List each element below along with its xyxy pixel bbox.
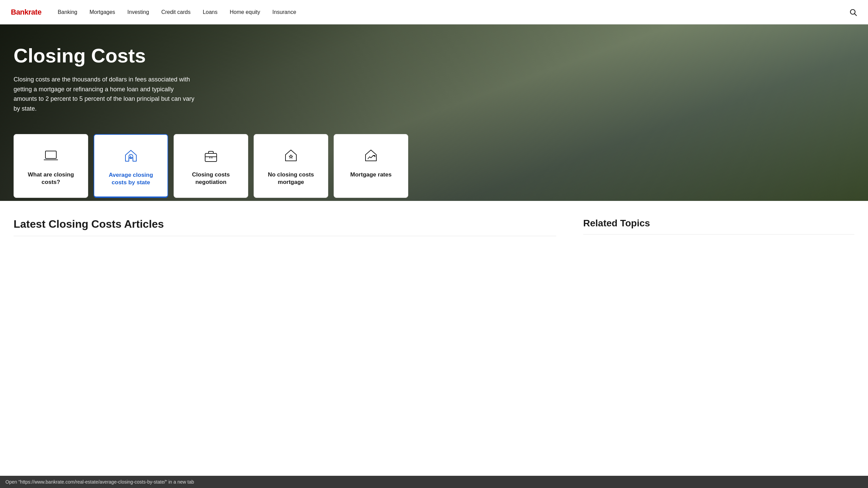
nav-item-mortgages[interactable]: Mortgages — [90, 9, 115, 15]
card-what-are-closing-costs[interactable]: What are closing costs? — [14, 134, 88, 198]
nav-item-loans[interactable]: Loans — [203, 9, 218, 15]
house-star-icon — [282, 147, 300, 164]
card-label-closing-costs-negotiation: Closing costs negotiation — [182, 171, 240, 186]
cards-row: What are closing costs? $ Average closin… — [0, 134, 868, 198]
card-label-no-closing-costs-mortgage: No closing costs mortgage — [262, 171, 320, 186]
house-dollar-icon: $ — [122, 147, 140, 165]
svg-line-1 — [855, 14, 857, 16]
card-label-mortgage-rates: Mortgage rates — [350, 171, 392, 179]
hero-content: Closing Costs Closing costs are the thou… — [0, 24, 210, 114]
site-logo[interactable]: Bankrate — [11, 8, 41, 17]
related-divider — [583, 234, 854, 234]
svg-rect-2 — [45, 151, 56, 158]
hero-title: Closing Costs — [14, 45, 197, 67]
articles-title: Latest Closing Costs Articles — [14, 218, 556, 230]
related-section: Related Topics — [583, 218, 854, 236]
nav-item-investing[interactable]: Investing — [127, 9, 149, 15]
articles-section: Latest Closing Costs Articles — [14, 218, 556, 236]
svg-rect-7 — [205, 153, 217, 162]
house-trend-icon — [362, 147, 380, 164]
nav-item-home-equity[interactable]: Home equity — [230, 9, 260, 15]
laptop-icon — [42, 147, 60, 164]
articles-divider — [14, 236, 556, 236]
navbar: Bankrate BankingMortgagesInvestingCredit… — [0, 0, 868, 24]
nav-item-credit-cards[interactable]: Credit cards — [161, 9, 191, 15]
hero-description: Closing costs are the thousands of dolla… — [14, 75, 197, 114]
svg-text:$: $ — [130, 155, 132, 158]
nav-item-insurance[interactable]: Insurance — [272, 9, 296, 15]
hero-section: Closing Costs Closing costs are the thou… — [0, 24, 868, 201]
bottom-section: Latest Closing Costs Articles Related To… — [0, 201, 868, 243]
card-no-closing-costs-mortgage[interactable]: No closing costs mortgage — [254, 134, 328, 198]
nav-links: BankingMortgagesInvestingCredit cardsLoa… — [58, 9, 849, 15]
search-icon[interactable] — [849, 8, 857, 16]
card-label-what-are-closing-costs: What are closing costs? — [22, 171, 80, 186]
card-average-closing-costs-by-state[interactable]: $ Average closing costs by state — [94, 134, 168, 198]
card-mortgage-rates[interactable]: Mortgage rates — [334, 134, 408, 198]
card-label-average-closing-costs-by-state: Average closing costs by state — [102, 171, 159, 186]
card-closing-costs-negotiation[interactable]: Closing costs negotiation — [174, 134, 248, 198]
nav-item-banking[interactable]: Banking — [58, 9, 77, 15]
related-topics-title: Related Topics — [583, 218, 854, 229]
briefcase-icon — [202, 147, 220, 164]
